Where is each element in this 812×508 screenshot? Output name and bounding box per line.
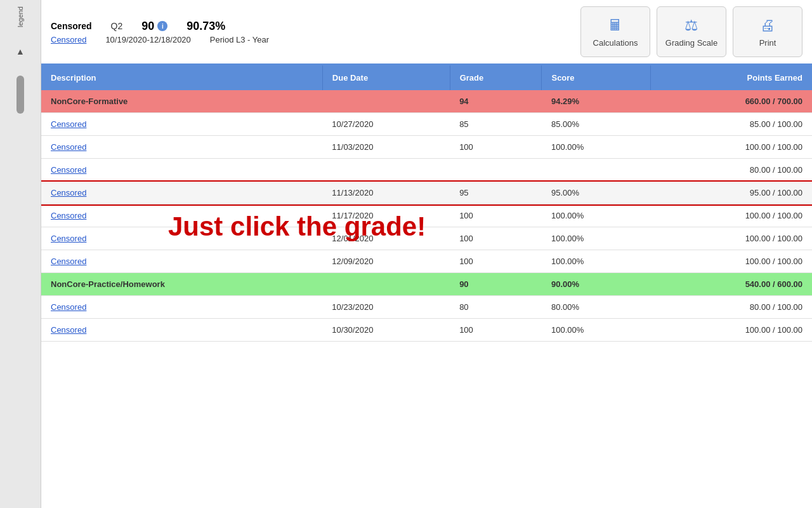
calculator-icon: 🖩 [608,17,623,34]
cell-points-earned: 100.00 / 100.00 [651,227,812,250]
cell-points-earned: 85.00 / 100.00 [651,113,812,136]
cell-points-earned: 660.00 / 700.00 [651,90,812,113]
table-row[interactable]: Censored 10/27/2020 85 85.00% 85.00 / 10… [41,113,812,136]
cell-description[interactable]: Censored [41,250,322,273]
cell-description: NonCore-Formative [41,90,322,113]
header-row1: Censored Q2 90 i 90.73% [51,20,269,33]
date-range: 10/19/2020-12/18/2020 [105,35,190,44]
cell-points-earned: 100.00 / 100.00 [651,250,812,273]
cell-description[interactable]: Censored [41,182,322,204]
table-row[interactable]: Censored 11/17/2020 100 100.00% 100.00 /… [41,204,812,227]
cell-score: 100.00% [542,319,651,342]
cell-points-earned: 80.00 / 100.00 [651,159,812,182]
info-icon[interactable]: i [157,21,167,31]
table-row[interactable]: Censored 11/13/2020 95 95.00% 95.00 / 10… [41,182,812,204]
printer-icon: 🖨 [760,17,775,34]
cell-score: 90.00% [542,273,651,296]
table-row[interactable]: NonCore-Practice/Homework 90 90.00% 540.… [41,273,812,296]
calculations-button[interactable]: 🖩 Calculations [580,6,650,57]
cell-grade[interactable]: 80 [450,296,542,319]
cell-grade[interactable]: 85 [450,113,542,136]
cell-grade[interactable]: 100 [450,227,542,250]
cell-grade[interactable]: 100 [450,250,542,273]
grades-table: Description Due Date Grade Score Points … [41,65,812,342]
cell-description[interactable]: Censored [41,136,322,159]
cell-due-date: 10/27/2020 [322,113,450,136]
cell-score: 100.00% [542,136,651,159]
cell-points-earned: 540.00 / 600.00 [651,273,812,296]
cell-due-date: 11/13/2020 [322,182,450,204]
cell-description[interactable]: Censored [41,113,322,136]
table-area: Description Due Date Grade Score Points … [41,65,812,508]
cell-score [542,159,651,182]
cell-due-date: 12/09/2020 [322,250,450,273]
sidebar-arrow-up[interactable]: ▲ [16,46,25,57]
cell-points-earned: 100.00 / 100.00 [651,136,812,159]
cell-due-date: 10/23/2020 [322,296,450,319]
print-label: Print [759,38,776,48]
cell-points-earned: 100.00 / 100.00 [651,319,812,342]
cell-points-earned: 80.00 / 100.00 [651,296,812,319]
table-row[interactable]: Censored 80.00 / 100.00 [41,159,812,182]
cell-points-earned: 100.00 / 100.00 [651,204,812,227]
grade-percent: 90.73% [187,20,225,33]
cell-due-date [322,159,450,182]
col-description: Description [41,65,322,90]
cell-grade[interactable]: 100 [450,136,542,159]
cell-due-date: 11/17/2020 [322,204,450,227]
cell-score: 100.00% [542,227,651,250]
cell-score: 85.00% [542,113,651,136]
header: Censored Q2 90 i 90.73% Censored 10/19/2… [41,0,812,65]
cell-description[interactable]: Censored [41,227,322,250]
col-grade: Grade [450,65,542,90]
student-link[interactable]: Censored [51,35,86,44]
grade-value: 90 i [141,20,167,33]
period-label: Period L3 - Year [210,35,269,44]
cell-due-date: 11/03/2020 [322,136,450,159]
cell-due-date [322,90,450,113]
sidebar: legend ▲ [0,0,41,508]
cell-points-earned: 95.00 / 100.00 [651,182,812,204]
cell-grade[interactable]: 90 [450,273,542,296]
col-due-date: Due Date [322,65,450,90]
cell-score: 100.00% [542,204,651,227]
cell-grade[interactable] [450,159,542,182]
quarter-label: Q2 [111,21,123,31]
cell-grade[interactable]: 100 [450,204,542,227]
cell-due-date [322,273,450,296]
header-buttons: 🖩 Calculations ⚖ Grading Scale 🖨 Print [580,6,802,57]
cell-description[interactable]: Censored [41,204,322,227]
cell-due-date: 10/30/2020 [322,319,450,342]
calculations-label: Calculations [593,38,638,48]
table-row[interactable]: Censored 10/23/2020 80 80.00% 80.00 / 10… [41,296,812,319]
cell-grade[interactable]: 100 [450,319,542,342]
cell-description[interactable]: Censored [41,319,322,342]
cell-grade[interactable]: 95 [450,182,542,204]
header-row2: Censored 10/19/2020-12/18/2020 Period L3… [51,35,269,44]
grading-scale-button[interactable]: ⚖ Grading Scale [657,6,726,57]
student-name: Censored [51,21,92,31]
sidebar-scrollbar[interactable] [16,76,24,114]
table-row[interactable]: Censored 10/30/2020 100 100.00% 100.00 /… [41,319,812,342]
table-row[interactable]: Censored 12/09/2020 100 100.00% 100.00 /… [41,250,812,273]
cell-score: 94.29% [542,90,651,113]
cell-score: 95.00% [542,182,651,204]
grading-scale-label: Grading Scale [665,38,717,48]
table-row[interactable]: NonCore-Formative 94 94.29% 660.00 / 700… [41,90,812,113]
col-points-earned: Points Earned [651,65,812,90]
cell-score: 80.00% [542,296,651,319]
table-header-row: Description Due Date Grade Score Points … [41,65,812,90]
sidebar-legend-label: legend [16,6,24,27]
cell-grade[interactable]: 94 [450,90,542,113]
print-button[interactable]: 🖨 Print [733,6,802,57]
header-info: Censored Q2 90 i 90.73% Censored 10/19/2… [51,20,269,44]
table-row[interactable]: Censored 12/01/2020 100 100.00% 100.00 /… [41,227,812,250]
cell-description[interactable]: Censored [41,159,322,182]
main-content: Censored Q2 90 i 90.73% Censored 10/19/2… [41,0,812,508]
col-score: Score [542,65,651,90]
cell-description: NonCore-Practice/Homework [41,273,322,296]
table-row[interactable]: Censored 11/03/2020 100 100.00% 100.00 /… [41,136,812,159]
cell-score: 100.00% [542,250,651,273]
cell-description[interactable]: Censored [41,296,322,319]
scale-icon: ⚖ [684,17,698,34]
